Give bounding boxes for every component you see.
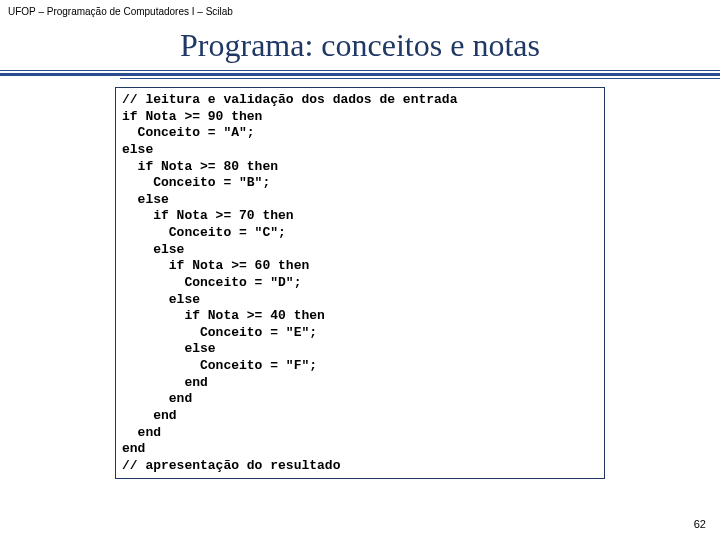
code-listing: // leitura e validação dos dados de entr… — [115, 87, 605, 479]
title-underline — [0, 70, 720, 79]
course-header: UFOP – Programação de Computadores I – S… — [0, 0, 720, 17]
rule-indent — [120, 78, 720, 79]
page-number: 62 — [694, 518, 706, 530]
rule-thick — [0, 73, 720, 76]
rule-thin — [0, 70, 720, 71]
slide-title: Programa: conceitos e notas — [0, 27, 720, 64]
